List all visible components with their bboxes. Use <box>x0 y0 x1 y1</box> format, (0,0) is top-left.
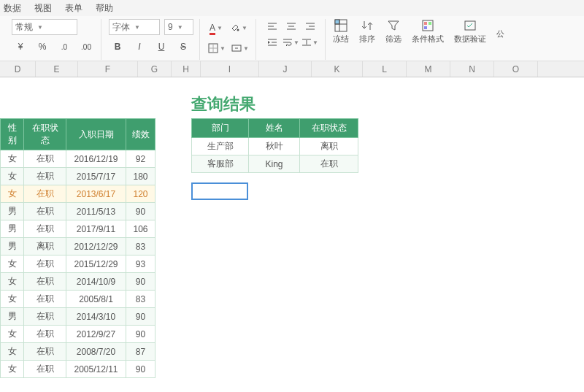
active-cell[interactable] <box>191 182 248 200</box>
cell-date[interactable]: 2015/12/29 <box>66 255 126 273</box>
cell-gender[interactable]: 女 <box>1 168 24 185</box>
table-row[interactable]: 客服部King在职 <box>192 155 358 173</box>
col-gender[interactable]: 性别 <box>1 119 24 150</box>
cell-status[interactable]: 在职 <box>24 361 66 378</box>
column-header-M[interactable]: M <box>407 61 450 77</box>
cell-status[interactable]: 在职 <box>24 273 66 291</box>
table-row[interactable]: 男离职2012/12/2983 <box>1 238 155 255</box>
cell-date[interactable]: 2014/10/9 <box>66 273 126 291</box>
cell-status[interactable]: 在职 <box>24 255 66 273</box>
align-center-button[interactable] <box>283 19 300 34</box>
cell-date[interactable]: 2005/8/1 <box>66 291 126 308</box>
data-validation-button[interactable]: 数据验证 <box>454 19 486 45</box>
wrap-text-button[interactable]: ▼ <box>283 35 300 50</box>
cell-score[interactable]: 83 <box>126 238 155 255</box>
cell-status[interactable]: 在职 <box>24 343 66 361</box>
column-header-F[interactable]: F <box>78 61 138 77</box>
cell-date[interactable]: 2015/7/17 <box>66 168 126 185</box>
table-row[interactable]: 男在职2014/3/1090 <box>1 308 155 326</box>
bold-button[interactable]: B <box>109 38 126 55</box>
cell-date[interactable]: 2016/12/19 <box>66 150 126 168</box>
cell-gender[interactable]: 男 <box>1 203 24 220</box>
column-header-E[interactable]: E <box>36 61 78 77</box>
cell-score[interactable]: 120 <box>126 185 155 203</box>
cell-gender[interactable]: 女 <box>1 273 24 291</box>
cell-score[interactable]: 90 <box>126 308 155 326</box>
cell-name[interactable]: 秋叶 <box>249 138 300 155</box>
number-format-select[interactable]: 常规 ▼ <box>12 19 77 35</box>
table-row[interactable]: 男在职2011/5/1390 <box>1 203 155 220</box>
col-score[interactable]: 绩效 <box>126 119 155 150</box>
cell-date[interactable]: 2012/12/29 <box>66 238 126 255</box>
cell-status[interactable]: 离职 <box>300 138 358 155</box>
cell-status[interactable]: 在职 <box>24 291 66 308</box>
cell-gender[interactable]: 女 <box>1 255 24 273</box>
col-joindate[interactable]: 入职日期 <box>66 119 126 150</box>
menu-data[interactable]: 数据 <box>4 2 21 15</box>
font-color-button[interactable]: A ▼ <box>207 19 225 36</box>
sort-button[interactable]: 排序 <box>359 19 375 45</box>
currency-button[interactable]: ¥ <box>12 38 29 55</box>
cell-score[interactable]: 83 <box>126 291 155 308</box>
cell-status[interactable]: 在职 <box>24 168 66 185</box>
cell-status[interactable]: 在职 <box>24 220 66 238</box>
cell-dept[interactable]: 客服部 <box>192 155 249 173</box>
cell-score[interactable]: 87 <box>126 343 155 361</box>
column-header-I[interactable]: I <box>201 61 259 77</box>
cell-gender[interactable]: 女 <box>1 361 24 378</box>
table-row[interactable]: 女在职2005/8/183 <box>1 291 155 308</box>
column-header-N[interactable]: N <box>450 61 494 77</box>
cell-gender[interactable]: 女 <box>1 326 24 343</box>
cell-date[interactable]: 2014/3/10 <box>66 308 126 326</box>
cell-gender[interactable]: 女 <box>1 343 24 361</box>
cell-score[interactable]: 90 <box>126 203 155 220</box>
decimal-decrease-button[interactable]: .00 <box>77 38 95 55</box>
cell-gender[interactable]: 男 <box>1 238 24 255</box>
table-row[interactable]: 女在职2016/12/1992 <box>1 150 155 168</box>
decimal-increase-button[interactable]: .0 <box>55 38 73 55</box>
cell-status[interactable]: 在职 <box>24 150 66 168</box>
font-family-select[interactable]: 字体 ▼ <box>109 19 160 35</box>
cell-status[interactable]: 在职 <box>24 203 66 220</box>
col-status[interactable]: 在职状态 <box>24 119 66 150</box>
cell-score[interactable]: 90 <box>126 273 155 291</box>
cell-score[interactable]: 90 <box>126 361 155 378</box>
table-row[interactable]: 女在职2008/7/2087 <box>1 343 155 361</box>
cell-status[interactable]: 在职 <box>300 155 358 173</box>
table-row[interactable]: 女在职2014/10/990 <box>1 273 155 291</box>
column-header-J[interactable]: J <box>259 61 312 77</box>
table-row[interactable]: 男在职2017/9/11106 <box>1 220 155 238</box>
cell-gender[interactable]: 女 <box>1 291 24 308</box>
cell-gender[interactable]: 男 <box>1 308 24 326</box>
font-size-select[interactable]: 9 ▼ <box>164 19 193 35</box>
menu-view[interactable]: 视图 <box>34 2 52 15</box>
table-row[interactable]: 女在职2015/12/2993 <box>1 255 155 273</box>
cell-gender[interactable]: 女 <box>1 150 24 168</box>
formula-button[interactable]: 公 <box>496 24 504 39</box>
cell-status[interactable]: 在职 <box>24 185 66 203</box>
cell-score[interactable]: 92 <box>126 150 155 168</box>
cell-date[interactable]: 2008/7/20 <box>66 343 126 361</box>
merge-cells-button[interactable]: ▼ <box>231 39 250 57</box>
cell-score[interactable]: 180 <box>126 168 155 185</box>
cell-status[interactable]: 在职 <box>24 308 66 326</box>
column-header-O[interactable]: O <box>494 61 538 77</box>
percent-button[interactable]: % <box>34 38 51 55</box>
table-row[interactable]: 女在职2015/7/17180 <box>1 168 155 185</box>
cell-gender[interactable]: 女 <box>1 185 24 203</box>
cell-date[interactable]: 2012/9/27 <box>66 326 126 343</box>
underline-button[interactable]: U <box>153 38 170 55</box>
menu-sheet[interactable]: 表单 <box>65 2 82 15</box>
cell-score[interactable]: 90 <box>126 326 155 343</box>
cell-name[interactable]: King <box>249 155 300 173</box>
col-name[interactable]: 姓名 <box>249 119 300 138</box>
col-dept[interactable]: 部门 <box>192 119 249 138</box>
strike-button[interactable]: S <box>174 38 192 55</box>
column-header-K[interactable]: K <box>312 61 363 77</box>
filter-button[interactable]: 筛选 <box>385 19 402 45</box>
cell-gender[interactable]: 男 <box>1 220 24 238</box>
cell-dept[interactable]: 生产部 <box>192 138 249 155</box>
table-row[interactable]: 女在职2005/12/1190 <box>1 361 155 378</box>
col-status2[interactable]: 在职状态 <box>300 119 358 138</box>
valign-button[interactable]: ▼ <box>301 35 319 50</box>
